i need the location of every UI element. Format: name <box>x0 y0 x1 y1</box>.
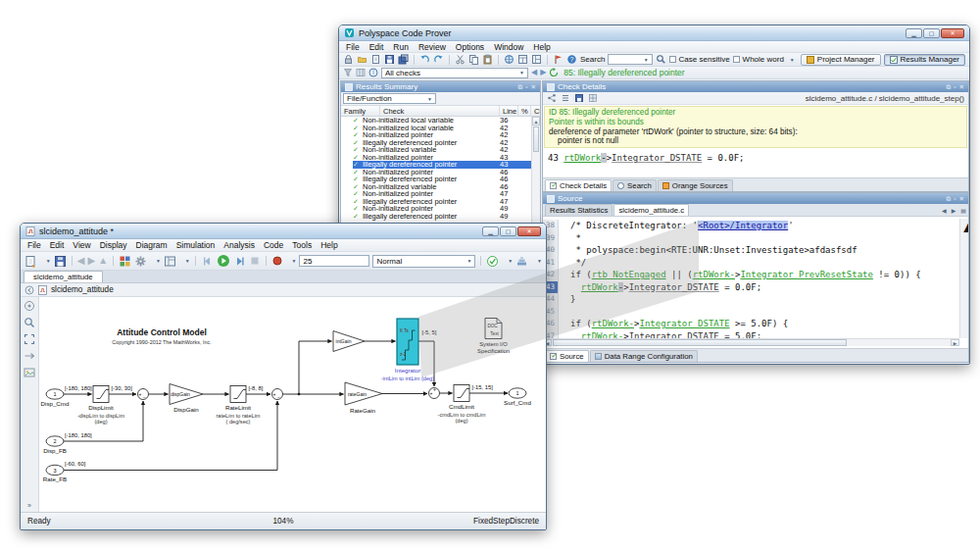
block-sum1[interactable]: + − <box>138 389 149 400</box>
column-percent[interactable]: % <box>518 106 531 116</box>
whole-word-dropdown-icon[interactable]: ▼ <box>787 57 795 63</box>
minimize-button[interactable]: ▁ <box>482 226 499 236</box>
line-code[interactable]: if (rtb_NotEngaged || (rtDWork->Integrat… <box>559 269 921 281</box>
menu-item-edit[interactable]: Edit <box>369 42 384 52</box>
tab-scroll-left-icon[interactable]: ◀ <box>940 207 949 214</box>
screenshot-icon[interactable] <box>24 367 35 378</box>
menu-item-tools[interactable]: Tools <box>292 240 312 250</box>
save-result-icon[interactable] <box>574 93 584 103</box>
share-icon[interactable] <box>547 93 557 103</box>
scroll-up-icon[interactable]: ▲ <box>532 117 540 125</box>
help-icon[interactable]: ? <box>566 54 577 65</box>
explorer-dropdown-icon[interactable]: ▼ <box>182 258 190 264</box>
forward-icon[interactable]: ▶ <box>87 256 95 266</box>
close-panel-icon[interactable]: ✕ <box>531 83 536 91</box>
line-code[interactable] <box>559 306 570 319</box>
block-inport-disp-fb[interactable]: 2 Disp_FB <box>43 436 67 454</box>
column-family[interactable]: Family <box>341 106 380 116</box>
dock-panel-icon[interactable]: ▫ <box>954 195 956 203</box>
menu-item-diagram[interactable]: Diagram <box>136 240 168 250</box>
menu-item-file[interactable]: File <box>27 240 41 250</box>
block-intgain[interactable]: intGain <box>333 331 365 352</box>
tab-results-statistics[interactable]: Results Statistics <box>545 204 612 216</box>
tab-list-icon[interactable]: ▤ <box>958 207 968 214</box>
new-model-icon[interactable] <box>24 255 37 268</box>
grid-icon[interactable] <box>588 93 598 103</box>
line-code[interactable]: /* DiscreteIntegrator: '<Root>/Integrato… <box>559 220 794 232</box>
tab-source[interactable]: Source <box>545 350 589 362</box>
menu-item-file[interactable]: File <box>346 42 360 52</box>
result-row[interactable]: ✓Illegally dereferenced pointer49 <box>341 213 531 221</box>
fit-view-icon[interactable] <box>24 333 35 345</box>
run-icon[interactable] <box>217 254 230 268</box>
polyspace-titlebar[interactable]: Polyspace Code Prover ▁ ▢ ✕ <box>339 25 969 41</box>
hide-browser-icon[interactable] <box>24 285 34 295</box>
source-vertical-scrollbar[interactable]: ▲ <box>959 219 968 338</box>
block-outport-surf-cmd[interactable]: 1 Surf_Cmd <box>504 388 531 406</box>
scroll-thumb[interactable] <box>533 126 539 152</box>
scroll-up-icon[interactable]: ▲ <box>960 219 968 236</box>
model-canvas[interactable]: Attitude Control Model Copyright 1990-20… <box>39 297 546 512</box>
undo-icon[interactable] <box>419 54 430 65</box>
line-code[interactable]: rtDWork->Integrator_DSTATE = 0.0F; <box>559 281 761 294</box>
columns-icon[interactable] <box>356 68 366 77</box>
block-displimit[interactable]: DispLimit <box>88 386 114 411</box>
redo-icon[interactable] <box>433 54 444 65</box>
menu-item-code[interactable]: Code <box>264 240 283 250</box>
line-code[interactable]: } <box>559 293 575 306</box>
block-doc-text[interactable]: DOC Text System I/O Specification <box>477 319 510 355</box>
copy-icon[interactable] <box>468 54 479 65</box>
line-code[interactable]: if (rtDWork->Integrator_DSTATE >= 5.0F) … <box>559 318 788 330</box>
stop-time-field[interactable] <box>299 255 369 267</box>
block-cmdlimit[interactable]: CmdLimit <box>449 385 474 410</box>
float-panel-icon[interactable]: ⧉ <box>947 195 952 203</box>
source-titlebar[interactable]: Source ⧉ ▫ ✕ <box>543 193 968 204</box>
check-code-line[interactable]: 43 rtDWork->Integrator_DSTATE = 0.0F; <box>543 148 968 168</box>
back-icon[interactable]: ◀ <box>77 256 85 266</box>
annotation-icon[interactable] <box>24 300 35 312</box>
tab-check-details[interactable]: Check Details <box>545 179 612 191</box>
step-forward-icon[interactable] <box>233 255 246 268</box>
build-dropdown-icon[interactable]: ▼ <box>534 258 542 264</box>
library-browser-icon[interactable] <box>119 255 131 268</box>
menu-item-analysis[interactable]: Analysis <box>223 240 255 250</box>
zoom-icon[interactable] <box>24 317 35 328</box>
menu-item-review[interactable]: Review <box>418 42 446 52</box>
scroll-thumb[interactable] <box>960 236 968 276</box>
float-panel-icon[interactable]: ⧉ <box>518 83 523 91</box>
source-code-area[interactable]: 38/* DiscreteIntegrator: '<Root>/Integra… <box>543 219 959 338</box>
grouping-combo[interactable]: File/Function▼ <box>343 93 436 104</box>
model-settings-icon[interactable] <box>134 255 147 268</box>
simulink-titlebar[interactable]: slcidemo_attitude * ▁ ▢ ✕ <box>21 224 546 239</box>
source-horizontal-scrollbar[interactable]: ◀ ▶ <box>543 338 959 346</box>
breadcrumb-item[interactable]: slcidemo_attitude <box>51 285 114 294</box>
close-panel-icon[interactable]: ✕ <box>959 195 964 203</box>
dock-panel-icon[interactable]: ▫ <box>525 83 527 91</box>
list-icon[interactable] <box>561 93 570 103</box>
line-code[interactable]: * polyspace:begin<RTE:UNR:Unset:Investig… <box>559 244 858 257</box>
simulation-mode-combo[interactable]: Normal▼ <box>372 255 475 268</box>
maximize-button[interactable]: ▢ <box>500 226 516 236</box>
tab-scroll-right-icon[interactable]: ▶ <box>950 207 958 214</box>
results-manager-button[interactable]: Results Manager <box>884 54 965 66</box>
maximize-button[interactable]: ▢ <box>923 28 940 38</box>
line-code[interactable]: rtDWork->Integrator_DSTATE = 5.0F; <box>559 330 761 339</box>
scroll-right-icon[interactable]: ▶ <box>951 339 959 346</box>
advisor-dropdown-icon[interactable]: ▼ <box>505 258 513 264</box>
refresh-icon[interactable] <box>549 68 559 77</box>
menu-item-window[interactable]: Window <box>494 42 523 52</box>
up-icon[interactable]: ▲ <box>98 256 108 266</box>
settings-dropdown-icon[interactable]: ▼ <box>153 258 161 264</box>
record-icon[interactable] <box>271 255 283 267</box>
search-input[interactable]: ▼ <box>608 54 652 65</box>
block-dispgain[interactable]: dispGain DispGain <box>170 384 203 413</box>
open-folder-icon[interactable] <box>357 54 368 65</box>
menu-item-display[interactable]: Display <box>100 240 127 250</box>
menu-item-help[interactable]: Help <box>320 240 337 250</box>
menu-item-help[interactable]: Help <box>533 42 550 52</box>
paste-icon[interactable] <box>482 54 493 65</box>
filter-icon[interactable] <box>343 68 353 77</box>
tab-data-range-configuration[interactable]: Data Range Configuration <box>590 350 698 362</box>
menu-item-run[interactable]: Run <box>393 42 409 52</box>
close-panel-icon[interactable]: ✕ <box>959 83 964 91</box>
